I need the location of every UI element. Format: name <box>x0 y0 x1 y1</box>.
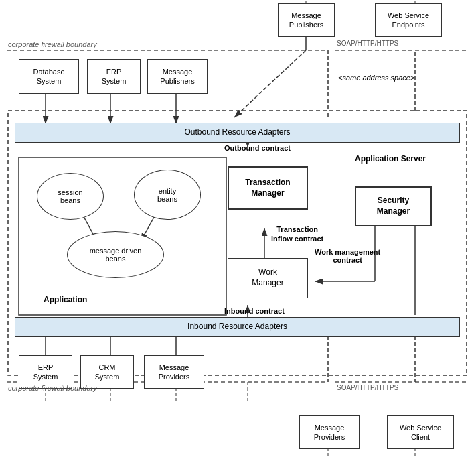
corporate-firewall-top-label: corporate firewall boundary <box>8 40 97 48</box>
web-service-client-box: Web ServiceClient <box>387 415 454 449</box>
application-label: Application <box>44 295 87 304</box>
soap-http-top-label: SOAP/HTTP/HTTPS <box>337 40 398 47</box>
message-driven-beans-ellipse: message drivenbeans <box>67 231 164 278</box>
erp-system-top-box: ERPSystem <box>87 59 141 94</box>
message-publishers-top-box: Message Publishers <box>278 3 335 37</box>
inbound-contract-label: Inbound contract <box>224 307 285 315</box>
message-providers-bottom-right-box: MessageProviders <box>299 415 360 449</box>
message-providers-bottom-left-box: MessageProviders <box>144 355 204 389</box>
web-service-endpoints-box: Web Service Endpoints <box>375 3 442 37</box>
security-manager-box: SecurityManager <box>355 186 432 226</box>
database-system-box: DatabaseSystem <box>19 59 79 94</box>
work-management-label: Work managementcontract <box>315 248 380 264</box>
work-manager-box: WorkManager <box>228 258 308 298</box>
inbound-adapters-box: Inbound Resource Adapters <box>15 317 460 337</box>
session-beans-ellipse: sessionbeans <box>37 173 104 220</box>
entity-beans-ellipse: entitybeans <box>134 170 201 220</box>
transaction-manager-box: TransactionManager <box>228 166 308 210</box>
svg-line-13 <box>234 50 306 117</box>
diagram-container: Message Publishers Web Service Endpoints… <box>0 0 476 457</box>
application-server-label: Application Server <box>355 154 426 164</box>
outbound-contract-label: Outbound contract <box>224 144 291 152</box>
same-address-space-label: <same address space> <box>338 74 414 82</box>
message-publishers-mid-box: MessagePublishers <box>147 59 208 94</box>
transaction-inflow-label: Transactioninflow contract <box>271 224 323 244</box>
corporate-firewall-bottom-label: corporate firewall boundary <box>8 384 97 392</box>
outbound-adapters-box: Outbound Resource Adapters <box>15 123 460 143</box>
soap-http-bottom-label: SOAP/HTTP/HTTPS <box>337 384 398 391</box>
